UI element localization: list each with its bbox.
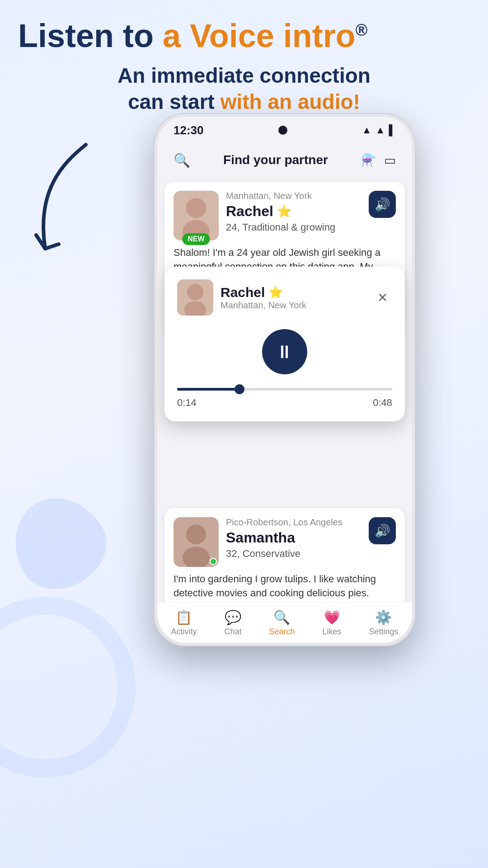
- activity-label: Activity: [171, 627, 197, 637]
- header-section: Listen to a Voice intro® An immediate co…: [18, 18, 470, 115]
- subheadline: An immediate connection can start with a…: [18, 63, 470, 115]
- headline: Listen to a Voice intro®: [18, 18, 470, 54]
- headline-reg: ®: [356, 21, 368, 39]
- pause-icon: ⏸: [276, 342, 294, 362]
- settings-icon: ⚙️: [375, 609, 392, 625]
- status-icons: ▲ ▲ ▌: [362, 124, 396, 136]
- card-info-rachel: Manhattan, New York Rachel ⭐ 24, Traditi…: [226, 191, 361, 233]
- popup-name: Rachel ⭐: [221, 285, 372, 300]
- audio-button-samantha[interactable]: 🔊: [369, 517, 396, 544]
- status-time: 12:30: [174, 123, 204, 137]
- nav-title: Find your partner: [223, 153, 328, 167]
- avatar-wrap-rachel: NEW: [174, 191, 219, 241]
- popup-location: Manhattan, New York: [221, 300, 372, 311]
- progress-fill: [177, 388, 239, 391]
- nav-item-activity[interactable]: 📋 Activity: [171, 609, 197, 637]
- time-row: 0:14 0:48: [177, 397, 392, 409]
- avatar-wrap-samantha: [174, 517, 219, 567]
- phone-screen: 12:30 ▲ ▲ ▌ 🔍 Find your partner ⚗️ ▭: [157, 117, 412, 643]
- popup-gold-star: ⭐: [268, 285, 283, 299]
- profile-card-samantha: Pico-Robertson, Los Angeles Samantha 32,…: [164, 508, 405, 602]
- camera-notch: [278, 126, 287, 135]
- layout-icon[interactable]: ▭: [384, 153, 396, 168]
- headline-part1: Listen to: [18, 18, 154, 54]
- nav-actions: ⚗️ ▭: [361, 153, 396, 168]
- nav-item-settings[interactable]: ⚙️ Settings: [369, 609, 398, 637]
- chat-label: Chat: [224, 627, 241, 637]
- progress-bar[interactable]: [177, 388, 392, 391]
- phone-wrapper: 12:30 ▲ ▲ ▌ 🔍 Find your partner ⚗️ ▭: [90, 113, 479, 841]
- signal-icon: ▲: [375, 124, 385, 136]
- likes-label: Likes: [322, 627, 341, 637]
- card-age-samantha: 32, Conservative: [226, 548, 361, 560]
- audio-popup: Rachel ⭐ Manhattan, New York ✕ ⏸: [164, 267, 405, 421]
- wifi-icon: ▲: [362, 124, 372, 136]
- search-label: Search: [269, 627, 295, 637]
- card-location-rachel: Manhattan, New York: [226, 191, 361, 201]
- progress-thumb[interactable]: [235, 384, 244, 394]
- popup-avatar-rachel: [177, 279, 213, 316]
- subheadline-part2: can start: [128, 90, 215, 113]
- time-current: 0:14: [177, 397, 197, 409]
- nav-item-search[interactable]: 🔍 Search: [269, 609, 295, 637]
- speaker-icon-samantha: 🔊: [375, 524, 390, 538]
- nav-item-likes[interactable]: 💗 Likes: [322, 609, 341, 637]
- card-name-rachel: Rachel ⭐: [226, 203, 361, 220]
- filter-icon[interactable]: ⚗️: [361, 153, 377, 168]
- activity-icon: 📋: [175, 609, 192, 625]
- card-info-samantha: Pico-Robertson, Los Angeles Samantha 32,…: [226, 517, 361, 560]
- svg-point-4: [187, 284, 203, 300]
- status-bar: 12:30 ▲ ▲ ▌: [157, 117, 412, 144]
- audio-button-rachel[interactable]: 🔊: [369, 191, 396, 218]
- subheadline-part1: An immediate connection: [117, 64, 371, 87]
- scroll-area: NEW Manhattan, New York Rachel ⭐ 24, Tra…: [157, 176, 412, 602]
- svg-point-1: [186, 198, 206, 218]
- search-nav-icon: 🔍: [273, 609, 290, 625]
- new-badge-rachel: NEW: [182, 233, 210, 245]
- subheadline-part3: with an audio!: [221, 90, 360, 113]
- battery-icon: ▌: [389, 124, 396, 136]
- search-icon[interactable]: 🔍: [174, 152, 190, 168]
- play-button-wrap: ⏸: [177, 329, 392, 374]
- popup-top: Rachel ⭐ Manhattan, New York ✕: [177, 279, 392, 316]
- gold-star-rachel: ⭐: [277, 204, 291, 218]
- card-age-rachel: 24, Traditional & growing: [226, 222, 361, 233]
- top-nav-bar: 🔍 Find your partner ⚗️ ▭: [157, 144, 412, 176]
- card-name-samantha: Samantha: [226, 529, 361, 546]
- nav-item-chat[interactable]: 💬 Chat: [224, 609, 241, 637]
- pause-button[interactable]: ⏸: [262, 329, 307, 374]
- popup-name-wrap: Rachel ⭐ Manhattan, New York: [221, 285, 372, 311]
- headline-part2: a Voice intro: [163, 18, 356, 54]
- progress-wrap[interactable]: [177, 388, 392, 391]
- card-bio-samantha: I'm into gardening I grow tulips. I like…: [174, 572, 396, 600]
- phone-mockup: 12:30 ▲ ▲ ▌ 🔍 Find your partner ⚗️ ▭: [154, 113, 416, 646]
- time-total: 0:48: [373, 397, 392, 409]
- speaker-icon-rachel: 🔊: [375, 197, 390, 212]
- settings-label: Settings: [369, 627, 398, 637]
- close-popup-button[interactable]: ✕: [372, 288, 392, 307]
- chat-icon: 💬: [225, 609, 241, 625]
- bottom-nav: 📋 Activity 💬 Chat 🔍 Search 💗 Likes ⚙️: [157, 602, 412, 643]
- svg-point-7: [186, 524, 206, 544]
- likes-icon: 💗: [324, 609, 340, 625]
- card-location-samantha: Pico-Robertson, Los Angeles: [226, 517, 361, 528]
